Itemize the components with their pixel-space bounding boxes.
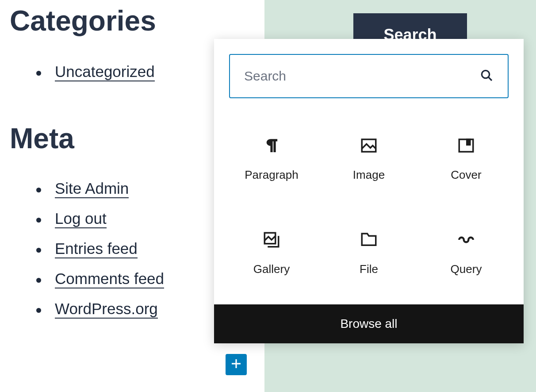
inserter-search-wrap (214, 39, 524, 98)
svg-line-1 (489, 77, 492, 81)
list-item: Comments feed (36, 270, 164, 288)
inserter-blocks-grid: Paragraph Image Cover Gallery File (214, 98, 524, 304)
block-item-gallery[interactable]: Gallery (223, 206, 320, 300)
list-item: Site Admin (36, 180, 164, 197)
paragraph-icon (261, 135, 282, 156)
categories-list: Uncategorized (36, 63, 155, 93)
file-icon (359, 230, 379, 250)
meta-link-wordpress-org[interactable]: WordPress.org (55, 300, 158, 319)
categories-heading: Categories (10, 4, 156, 37)
list-item: Uncategorized (36, 63, 155, 81)
add-block-button[interactable] (226, 354, 247, 375)
block-item-cover[interactable]: Cover (417, 111, 515, 206)
query-icon (456, 230, 476, 250)
image-icon (359, 135, 379, 156)
block-label: Cover (451, 168, 481, 182)
browse-all-button[interactable]: Browse all (214, 304, 524, 343)
meta-link-log-out[interactable]: Log out (55, 210, 107, 228)
list-item: WordPress.org (36, 300, 164, 318)
block-inserter-popover: Paragraph Image Cover Gallery File (214, 39, 524, 343)
svg-rect-4 (467, 139, 470, 145)
meta-link-entries-feed[interactable]: Entries feed (55, 240, 138, 258)
list-item: Entries feed (36, 240, 164, 257)
meta-link-comments-feed[interactable]: Comments feed (55, 270, 164, 288)
list-item: Log out (36, 210, 164, 227)
search-icon (479, 68, 494, 84)
category-link-uncategorized[interactable]: Uncategorized (55, 63, 155, 81)
meta-list: Site Admin Log out Entries feed Comments… (36, 180, 164, 330)
block-label: Paragraph (245, 168, 298, 182)
block-label: Query (451, 262, 482, 276)
browse-all-label: Browse all (340, 317, 397, 331)
svg-point-0 (482, 70, 489, 78)
meta-link-site-admin[interactable]: Site Admin (55, 180, 129, 198)
block-item-file[interactable]: File (320, 206, 417, 300)
cover-icon (456, 135, 476, 156)
block-label: Image (353, 168, 385, 182)
inserter-search-box[interactable] (229, 54, 509, 98)
gallery-icon (261, 230, 282, 250)
plus-icon (230, 357, 243, 372)
block-label: Gallery (253, 262, 290, 276)
inserter-search-input[interactable] (244, 69, 479, 84)
meta-heading: Meta (10, 122, 74, 155)
block-item-image[interactable]: Image (320, 111, 417, 206)
block-label: File (360, 262, 378, 276)
block-item-paragraph[interactable]: Paragraph (223, 111, 320, 206)
block-item-query[interactable]: Query (417, 206, 515, 300)
